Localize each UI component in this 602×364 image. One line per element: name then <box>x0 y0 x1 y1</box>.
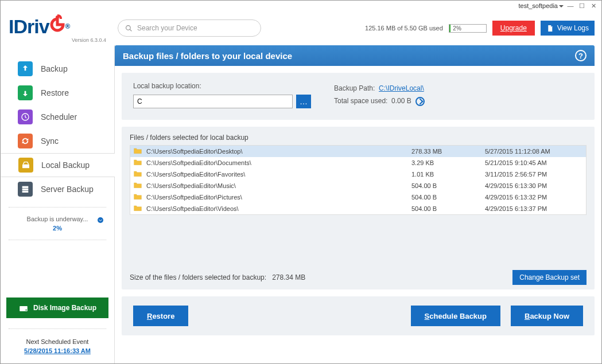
logo: IDriv ® Version 6.3.0.4 <box>9 13 118 43</box>
clock-icon <box>21 112 30 122</box>
upgrade-button[interactable]: Upgrade <box>492 21 535 36</box>
sidebar-item-label: Restore <box>41 88 69 97</box>
document-icon <box>546 25 554 32</box>
sidebar-item-label: Local Backup <box>41 161 90 170</box>
logo-registered: ® <box>65 22 70 30</box>
folder-icon <box>134 159 142 167</box>
file-row[interactable]: C:\Users\SoftpediaEditor\Videos\504.00 B… <box>130 203 586 214</box>
close-button[interactable]: ✕ <box>589 2 598 10</box>
file-size: 504.00 B <box>411 182 480 189</box>
file-path: C:\Users\SoftpediaEditor\Videos\ <box>146 205 407 212</box>
location-panel: Local backup location: … Backup Path: C:… <box>122 73 595 120</box>
file-path: C:\Users\SoftpediaEditor\Music\ <box>146 182 407 189</box>
chevron-down-icon <box>559 5 564 7</box>
svg-point-8 <box>98 217 103 223</box>
server-icon <box>21 185 30 194</box>
usage-text: 125.16 MB of 5.50 GB used <box>365 25 443 32</box>
file-row[interactable]: C:\Users\SoftpediaEditor\Pictures\504.00… <box>130 191 586 203</box>
svg-rect-5 <box>22 186 29 188</box>
location-input[interactable] <box>133 95 293 108</box>
svg-rect-4 <box>22 165 29 169</box>
minimize-button[interactable]: — <box>566 2 575 10</box>
svg-point-1 <box>126 25 131 30</box>
usage-bar: 2% <box>449 24 487 33</box>
download-icon <box>21 88 30 97</box>
files-caption: Files / folders selected for local backu… <box>130 134 587 142</box>
file-path: C:\Users\SoftpediaEditor\Desktop\ <box>146 148 407 155</box>
file-date: 4/29/2015 6:13:30 PM <box>485 182 582 189</box>
backup-path-label: Backup Path: <box>334 84 375 92</box>
file-date: 5/27/2015 11:12:08 AM <box>485 148 582 155</box>
sidebar-item-backup[interactable]: Backup <box>1 57 114 81</box>
user-menu[interactable]: test_softpedia <box>519 2 564 9</box>
sidebar-item-label: Sync <box>41 136 59 146</box>
backup-path-link[interactable]: C:\IDriveLocal\ <box>379 84 424 92</box>
disk-backup-label: Disk Image Backup <box>33 304 96 312</box>
disk-icon <box>18 303 29 313</box>
svg-rect-6 <box>22 189 29 190</box>
svg-line-2 <box>130 29 131 31</box>
space-used-label: Total space used: <box>334 97 387 105</box>
svg-rect-7 <box>22 191 29 193</box>
upload-icon <box>21 64 30 73</box>
file-path: C:\Users\SoftpediaEditor\Pictures\ <box>146 194 407 201</box>
next-event-datetime[interactable]: 5/28/2015 11:16:33 AM <box>1 347 114 354</box>
backup-status: Backup is underway... 2% <box>1 213 114 234</box>
view-logs-button[interactable]: View Logs <box>541 21 595 36</box>
panel-title: Backup files / folders to your local dev… <box>115 45 595 66</box>
sidebar-item-local-backup[interactable]: Local Backup <box>1 153 115 177</box>
space-used-value: 0.00 B <box>391 97 411 105</box>
browse-button[interactable]: … <box>296 95 311 108</box>
sidebar-item-restore[interactable]: Restore <box>1 81 114 105</box>
drive-icon <box>21 161 30 170</box>
file-size: 278.33 MB <box>411 148 480 155</box>
disk-image-backup-button[interactable]: Disk Image Backup <box>6 298 108 318</box>
action-bar: Restore Schedule Backup Backup Now <box>122 296 595 335</box>
file-row[interactable]: C:\Users\SoftpediaEditor\Desktop\278.33 … <box>130 146 586 157</box>
help-icon[interactable]: ? <box>575 50 587 61</box>
status-percent: 2% <box>6 225 108 232</box>
usage-percent: 2% <box>453 25 461 32</box>
file-date: 4/29/2015 6:13:37 PM <box>485 205 582 212</box>
file-date: 3/11/2015 2:56:57 PM <box>485 171 582 178</box>
file-size: 504.00 B <box>411 205 480 212</box>
folder-icon <box>134 205 142 213</box>
chevron-down-icon[interactable] <box>97 217 104 225</box>
sidebar: Backup Restore Scheduler Sync Local Back… <box>1 45 114 363</box>
file-size: 504.00 B <box>411 194 480 201</box>
file-path: C:\Users\SoftpediaEditor\Documents\ <box>146 159 407 166</box>
folder-icon <box>134 193 142 201</box>
search-placeholder: Search your Device <box>137 24 197 32</box>
file-row[interactable]: C:\Users\SoftpediaEditor\Favorites\1.01 … <box>130 169 586 180</box>
search-input[interactable]: Search your Device <box>118 19 261 37</box>
file-date: 4/29/2015 6:13:32 PM <box>485 194 582 201</box>
folder-icon <box>134 170 142 178</box>
restore-button[interactable]: Restore <box>133 306 188 326</box>
logo-text: IDriv <box>9 15 49 38</box>
file-size: 3.29 KB <box>411 159 480 166</box>
view-logs-label: View Logs <box>557 24 589 32</box>
file-row[interactable]: C:\Users\SoftpediaEditor\Documents\3.29 … <box>130 157 586 169</box>
file-size: 1.01 KB <box>411 171 480 178</box>
folder-icon <box>134 147 142 155</box>
folder-icon <box>134 182 142 190</box>
file-list: C:\Users\SoftpediaEditor\Desktop\278.33 … <box>130 145 587 215</box>
maximize-button[interactable]: ☐ <box>577 2 587 10</box>
location-label: Local backup location: <box>133 82 311 90</box>
panel-title-text: Backup files / folders to your local dev… <box>123 51 292 61</box>
schedule-backup-button[interactable]: Schedule Backup <box>411 306 500 326</box>
backup-now-button[interactable]: Backup Now <box>511 306 583 326</box>
total-size-value: 278.34 MB <box>272 273 305 281</box>
file-row[interactable]: C:\Users\SoftpediaEditor\Music\504.00 B4… <box>130 180 586 191</box>
sync-icon <box>21 136 30 146</box>
sidebar-item-label: Backup <box>41 64 68 73</box>
logo-e-icon <box>49 14 65 38</box>
sidebar-item-label: Scheduler <box>41 112 77 122</box>
sidebar-item-server-backup[interactable]: Server Backup <box>1 177 114 201</box>
sidebar-item-scheduler[interactable]: Scheduler <box>1 105 114 129</box>
sidebar-item-sync[interactable]: Sync <box>1 129 114 153</box>
user-label: test_softpedia <box>519 2 558 9</box>
refresh-icon[interactable] <box>415 97 425 106</box>
change-backup-set-button[interactable]: Change Backup set <box>512 270 587 285</box>
status-text: Backup is underway... <box>27 216 88 222</box>
